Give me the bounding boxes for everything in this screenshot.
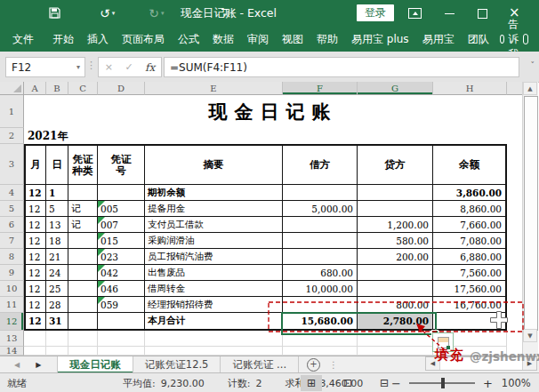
empty-cell[interactable]	[433, 128, 507, 144]
row-header-5[interactable]: 5	[0, 201, 24, 217]
cell-C5[interactable]: 记	[68, 201, 98, 217]
table-header-cell[interactable]: 余额	[433, 144, 507, 185]
cell-D4[interactable]	[98, 185, 145, 201]
cell-A4[interactable]: 12	[24, 185, 46, 201]
cell-G10[interactable]	[358, 281, 433, 297]
cell-D9[interactable]: 042	[98, 265, 145, 281]
row-header-13[interactable]: 13	[0, 331, 24, 347]
ribbon-tab-11[interactable]: 团队	[463, 32, 495, 47]
cell-A5[interactable]: 12	[24, 201, 46, 217]
cell-F6[interactable]	[283, 217, 358, 233]
vertical-scrollbar[interactable]: ▲ ▼	[522, 82, 538, 356]
column-header-C[interactable]: C	[68, 82, 98, 95]
cell-H9[interactable]: 7,560.00	[433, 265, 507, 281]
zoom-in-icon[interactable]: +	[483, 377, 493, 390]
select-all-button[interactable]	[0, 82, 24, 95]
cell-H6[interactable]: 7,660.00	[433, 217, 507, 233]
empty-cell[interactable]	[24, 347, 46, 356]
add-sheet-button[interactable]: +	[307, 356, 320, 373]
zoom-slider[interactable]	[409, 382, 475, 384]
table-header-cell[interactable]: 日	[46, 144, 68, 185]
zoom-percentage[interactable]: 100%	[502, 377, 531, 389]
sheet-tab-1[interactable]: 记账凭证12.5	[133, 356, 221, 373]
empty-cell[interactable]	[358, 128, 433, 144]
ribbon-tab-2[interactable]: 插入	[82, 32, 114, 47]
cell-E12[interactable]: 本月合计	[145, 313, 283, 331]
cell-E9[interactable]: 出售废品	[145, 265, 283, 281]
ribbon-tab-6[interactable]: 审阅	[242, 32, 274, 47]
row-header-7[interactable]: 7	[0, 233, 24, 249]
cell-G11[interactable]: 800.00	[358, 297, 433, 313]
redo-dropdown-icon[interactable]: ▾	[161, 10, 165, 17]
page-layout-view-icon[interactable]: ⊡	[337, 375, 358, 391]
table-header-cell[interactable]: 贷方	[358, 144, 433, 185]
minimize-button[interactable]	[445, 13, 455, 14]
cell-A10[interactable]: 12	[24, 281, 46, 297]
cell-C4[interactable]	[68, 185, 98, 201]
cell-G6[interactable]: 1,200.00	[358, 217, 433, 233]
cancel-icon[interactable]: ×	[105, 61, 113, 73]
cell-D6[interactable]: 007	[98, 217, 145, 233]
cell-G5[interactable]	[358, 201, 433, 217]
cell-A8[interactable]: 12	[24, 249, 46, 265]
table-header-cell[interactable]: 摘要	[145, 144, 283, 185]
cell-F5[interactable]: 5,000.00	[283, 201, 358, 217]
empty-cell[interactable]	[358, 347, 433, 356]
cell-G9[interactable]	[358, 265, 433, 281]
column-header-F[interactable]: F	[283, 82, 358, 95]
cell-H11[interactable]: 16,760.00	[433, 297, 507, 313]
column-header-E[interactable]: E	[145, 82, 283, 95]
cell-B11[interactable]: 28	[46, 297, 68, 313]
table-header-cell[interactable]: 月	[24, 144, 46, 185]
name-box-dropdown-icon[interactable]: ▾	[76, 63, 80, 71]
cell-B5[interactable]: 5	[46, 201, 68, 217]
empty-cell[interactable]	[98, 331, 145, 347]
cell-C10[interactable]	[68, 281, 98, 297]
empty-cell[interactable]	[98, 347, 145, 356]
row-header-6[interactable]: 6	[0, 217, 24, 233]
cell-H4[interactable]: 3,860.00	[433, 185, 507, 201]
cell-E7[interactable]: 采购润滑油	[145, 233, 283, 249]
table-header-cell[interactable]: 凭证 号	[98, 144, 145, 185]
cell-B4[interactable]: 1	[46, 185, 68, 201]
cell-A7[interactable]: 12	[24, 233, 46, 249]
cell-E11[interactable]: 经理报销招待费	[145, 297, 283, 313]
cell-B10[interactable]: 25	[46, 281, 68, 297]
cell-F12[interactable]: 15,680.00	[283, 313, 358, 331]
cell-H8[interactable]: 6,880.00	[433, 249, 507, 265]
ribbon-tab-8[interactable]: 帮助	[311, 32, 343, 47]
row-header-12[interactable]: 12	[0, 313, 24, 331]
cell-F7[interactable]	[283, 233, 358, 249]
sheet-tab-2[interactable]: 记账凭证 ...	[221, 356, 299, 373]
undo-dropdown-icon[interactable]: ▾	[112, 10, 116, 17]
empty-cell[interactable]	[283, 331, 358, 347]
cell-A11[interactable]: 12	[24, 297, 46, 313]
zoom-out-icon[interactable]: −	[391, 377, 401, 390]
table-header-cell[interactable]: 借方	[283, 144, 358, 185]
cell-E4[interactable]: 期初余额	[145, 185, 283, 201]
ribbon-tab-4[interactable]: 公式	[173, 32, 205, 47]
cell-B12[interactable]: 31	[46, 313, 68, 331]
sheet-next-icon[interactable]: ▶	[36, 361, 41, 369]
cell-G4[interactable]	[358, 185, 433, 201]
ribbon-tab-9[interactable]: 易用宝 plus	[346, 32, 414, 47]
undo-button[interactable]: ↺▾	[100, 6, 115, 20]
ribbon-display-options-icon[interactable]	[408, 8, 422, 19]
cell-B6[interactable]: 13	[46, 217, 68, 233]
empty-cell[interactable]	[358, 331, 433, 347]
cell-B8[interactable]: 21	[46, 249, 68, 265]
cell-E8[interactable]: 员工报销汽油费	[145, 249, 283, 265]
cell-C8[interactable]	[68, 249, 98, 265]
column-header-H[interactable]: H	[433, 82, 507, 95]
redo-button[interactable]: ↻▾	[149, 6, 164, 20]
cell-D12[interactable]	[98, 313, 145, 331]
empty-cell[interactable]	[46, 331, 68, 347]
ribbon-tab-10[interactable]: 易用宝	[417, 32, 460, 47]
ribbon-tab-0[interactable]: 文件	[7, 32, 39, 47]
empty-cell[interactable]	[68, 331, 98, 347]
cell-D11[interactable]: 059	[98, 297, 145, 313]
formula-input[interactable]: =SUM(F4:F11)	[164, 57, 519, 77]
table-header-cell[interactable]: 凭证 种类	[68, 144, 98, 185]
cell-F9[interactable]: 680.00	[283, 265, 358, 281]
cell-F10[interactable]: 10,000.00	[283, 281, 358, 297]
